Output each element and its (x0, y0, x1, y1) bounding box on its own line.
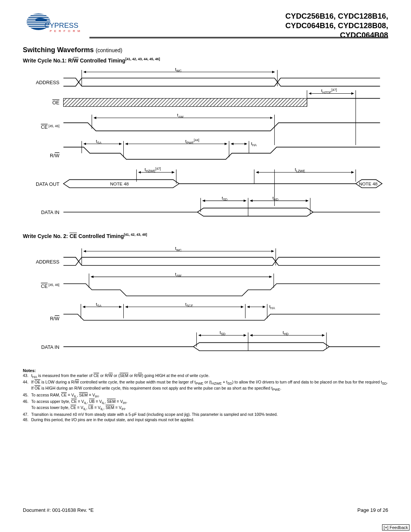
svg-text:tHA: tHA (269, 304, 275, 310)
svg-text:tAW: tAW (175, 272, 182, 278)
timing-diagram-1: ADDRESS tWC OE tHZOE[47] CE [45, 46] tAW… (23, 66, 388, 224)
logo-tagline: P E R F O R M (50, 29, 81, 33)
svg-text:tSCE: tSCE (185, 302, 193, 308)
svg-text:DATA OUT: DATA OUT (36, 181, 59, 187)
svg-text:OE: OE (53, 100, 60, 105)
feedback-button[interactable]: [+] Feedback (382, 524, 409, 530)
svg-text:CE [45, 46]: CE [45, 46] (41, 124, 59, 130)
svg-text:R/W: R/W (50, 153, 60, 158)
svg-text:tHD: tHD (272, 195, 279, 201)
subsection-2-title: Write Cycle No. 2: CE Controlled Timing[… (23, 233, 388, 239)
timing-diagram-2: ADDRESS tWC CE [45, 46] tAW R/W tSA tSCE… (23, 241, 388, 359)
svg-text:DATA IN: DATA IN (41, 344, 59, 350)
part-numbers: CYDC256B16, CYDC128B16, CYDC064B16, CYDC… (285, 11, 388, 40)
svg-text:ADDRESS: ADDRESS (36, 80, 59, 85)
svg-text:tSD: tSD (220, 330, 225, 336)
svg-text:tHA: tHA (251, 141, 256, 147)
svg-text:DATA IN: DATA IN (41, 209, 59, 215)
page-number: Page 19 of 26 (357, 507, 388, 513)
svg-text:R/W: R/W (50, 316, 60, 321)
svg-text:tAW: tAW (177, 112, 184, 118)
document-number: Document #: 001-01638 Rev. *E (23, 507, 94, 513)
logo: CYPRESS P E R F O R M (23, 11, 84, 40)
logo-text: CYPRESS (45, 21, 78, 29)
notes-list: 43.tHA is measured from the earlier of C… (23, 373, 388, 422)
svg-rect-2 (27, 14, 50, 15)
page-footer: Document #: 001-01638 Rev. *E Page 19 of… (23, 507, 388, 513)
svg-text:tWC: tWC (175, 246, 182, 252)
svg-rect-29 (63, 145, 384, 169)
notes-header: Notes: (23, 368, 388, 373)
page-header: CYPRESS P E R F O R M CYDC256B16, CYDC12… (23, 11, 388, 40)
svg-text:CE [45, 46]: CE [45, 46] (41, 283, 59, 289)
svg-rect-17 (64, 98, 307, 106)
subsection-1-title: Write Cycle No.1: R/W Controlled Timing[… (23, 57, 388, 64)
svg-text:tSD: tSD (222, 195, 228, 201)
svg-text:NOTE 48: NOTE 48 (110, 181, 129, 186)
section-title: Switching Waveforms (continued) (23, 46, 388, 54)
svg-text:tWC: tWC (175, 66, 182, 72)
svg-text:NOTE 48: NOTE 48 (359, 181, 378, 186)
svg-text:tHD: tHD (283, 330, 289, 336)
svg-rect-3 (27, 16, 50, 17)
svg-text:ADDRESS: ADDRESS (36, 259, 59, 265)
